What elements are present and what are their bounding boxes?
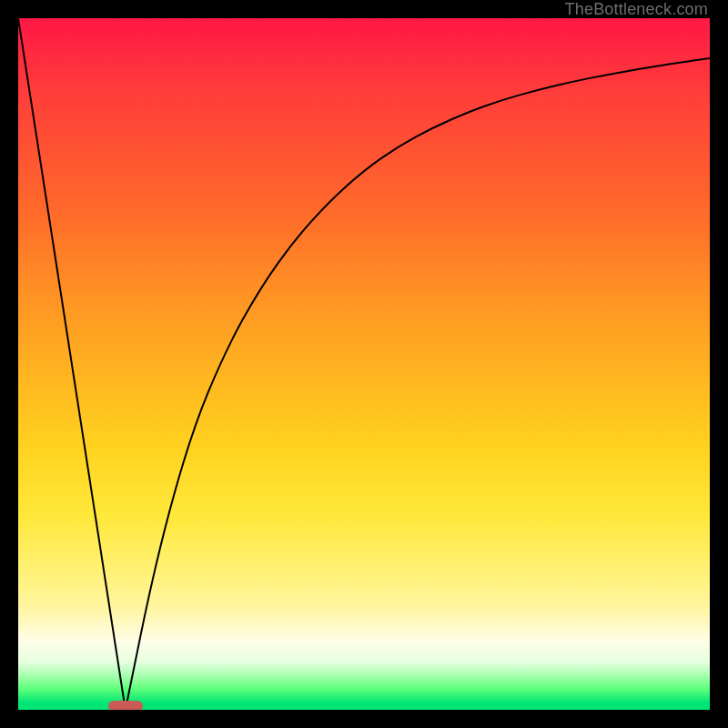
watermark-text: TheBottleneck.com [565, 0, 708, 18]
curves-svg [18, 18, 710, 710]
min-point-marker [108, 701, 143, 710]
chart-frame: TheBottleneck.com [0, 0, 728, 728]
plot-area [18, 18, 710, 710]
right-branch-line [126, 58, 710, 710]
left-branch-line [18, 18, 126, 710]
